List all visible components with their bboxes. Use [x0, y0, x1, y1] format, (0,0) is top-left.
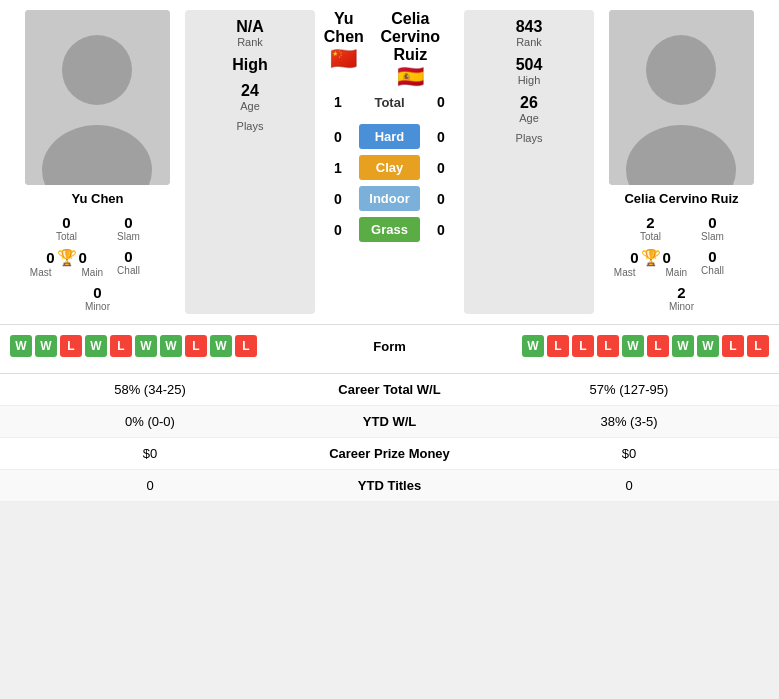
right-chall-stat: 0 Chall	[683, 246, 743, 280]
left-trophy-icon: 🏆	[57, 248, 77, 267]
form-badge-right: L	[647, 335, 669, 357]
left-player-name: Yu Chen	[71, 191, 123, 206]
form-section: WWLWLWWLWL Form WLLLWLWWLL	[0, 324, 779, 373]
left-minor-stat: 0 Minor	[68, 282, 128, 314]
stats-label-0: Career Total W/L	[290, 382, 489, 397]
form-badge-right: L	[547, 335, 569, 357]
stats-right-3: 0	[489, 478, 769, 493]
left-high-stat: High	[232, 56, 268, 74]
form-badge-left: W	[160, 335, 182, 357]
left-player-card: Yu Chen 0 Total 0 Slam 0 🏆 0	[10, 10, 185, 314]
form-badge-right: W	[622, 335, 644, 357]
right-minor-stat: 2 Minor	[652, 282, 712, 314]
form-badge-left: W	[10, 335, 32, 357]
left-rank-stat: N/A Rank	[236, 18, 264, 48]
form-badge-left: W	[210, 335, 232, 357]
right-player-header: Celia Cervino Ruiz 🇪🇸	[365, 10, 456, 90]
form-badge-left: L	[110, 335, 132, 357]
left-flag: 🇨🇳	[323, 46, 365, 72]
left-total-stat: 0 Total	[37, 212, 97, 244]
stats-left-3: 0	[10, 478, 290, 493]
clay-row: 1 Clay 0	[323, 155, 456, 180]
indoor-button[interactable]: Indoor	[359, 186, 420, 211]
form-badge-left: W	[35, 335, 57, 357]
right-age-stat: 26 Age	[519, 94, 539, 124]
center-column: Yu Chen 🇨🇳 Celia Cervino Ruiz 🇪🇸 1 Total…	[315, 10, 464, 314]
right-player-name: Celia Cervino Ruiz	[624, 191, 738, 206]
left-middle-stats: N/A Rank High 24 Age Plays	[185, 10, 315, 314]
total-row: 1 Total 0	[323, 94, 456, 110]
left-chall-stat: 0 Chall	[99, 246, 159, 280]
form-badge-left: L	[185, 335, 207, 357]
grass-button[interactable]: Grass	[359, 217, 420, 242]
form-badge-right: L	[597, 335, 619, 357]
form-badge-left: W	[135, 335, 157, 357]
form-badge-left: L	[235, 335, 257, 357]
right-flag: 🇪🇸	[365, 64, 456, 90]
surface-rows: 0 Hard 0 1 Clay 0 0 Indoor 0 0 Grass	[323, 124, 456, 242]
stats-right-0: 57% (127-95)	[489, 382, 769, 397]
stats-left-1: 0% (0-0)	[10, 414, 290, 429]
stats-row: 0 YTD Titles 0	[0, 470, 779, 502]
stats-label-3: YTD Titles	[290, 478, 489, 493]
left-player-avatar	[25, 10, 170, 185]
top-section: Yu Chen 0 Total 0 Slam 0 🏆 0	[0, 0, 779, 324]
right-high-stat: 504 High	[516, 56, 543, 86]
form-badge-right: L	[722, 335, 744, 357]
left-form-badges: WWLWLWWLWL	[10, 335, 290, 357]
right-plays-stat: Plays	[516, 132, 543, 144]
form-badge-right: W	[522, 335, 544, 357]
indoor-row: 0 Indoor 0	[323, 186, 456, 211]
stats-right-1: 38% (3-5)	[489, 414, 769, 429]
stats-left-2: $0	[10, 446, 290, 461]
stats-row: 58% (34-25) Career Total W/L 57% (127-95…	[0, 374, 779, 406]
form-badge-right: W	[697, 335, 719, 357]
stats-label-2: Career Prize Money	[290, 446, 489, 461]
hard-row: 0 Hard 0	[323, 124, 456, 149]
right-player-avatar	[609, 10, 754, 185]
stats-row: $0 Career Prize Money $0	[0, 438, 779, 470]
stats-right-2: $0	[489, 446, 769, 461]
right-mast-stat: 0 🏆 0 Mast Main	[621, 246, 681, 280]
stats-row: 0% (0-0) YTD W/L 38% (3-5)	[0, 406, 779, 438]
form-badge-left: L	[60, 335, 82, 357]
grass-row: 0 Grass 0	[323, 217, 456, 242]
right-rank-stat: 843 Rank	[516, 18, 543, 48]
svg-point-4	[646, 35, 716, 105]
right-slam-stat: 0 Slam	[683, 212, 743, 244]
right-middle-stats: 843 Rank 504 High 26 Age Plays	[464, 10, 594, 314]
right-form-badges: WLLLWLWWLL	[489, 335, 769, 357]
main-container: Yu Chen 0 Total 0 Slam 0 🏆 0	[0, 0, 779, 502]
stats-left-0: 58% (34-25)	[10, 382, 290, 397]
svg-point-1	[62, 35, 132, 105]
right-player-stats: 2 Total 0 Slam 0 🏆 0 Mast Main	[594, 212, 769, 314]
left-plays-stat: Plays	[237, 120, 264, 132]
form-badge-right: L	[747, 335, 769, 357]
left-player-header: Yu Chen 🇨🇳	[323, 10, 365, 72]
hard-button[interactable]: Hard	[359, 124, 420, 149]
right-player-card: Celia Cervino Ruiz 2 Total 0 Slam 0 🏆 0	[594, 10, 769, 314]
form-label: Form	[290, 339, 489, 354]
right-total-stat: 2 Total	[621, 212, 681, 244]
left-slam-stat: 0 Slam	[99, 212, 159, 244]
left-mast-stat: 0 🏆 0 Mast Main	[37, 246, 97, 280]
left-age-stat: 24 Age	[240, 82, 260, 112]
form-badge-right: L	[572, 335, 594, 357]
form-badge-right: W	[672, 335, 694, 357]
left-player-stats: 0 Total 0 Slam 0 🏆 0 Mast Main	[10, 212, 185, 314]
form-row: WWLWLWWLWL Form WLLLWLWWLL	[10, 335, 769, 357]
stats-table: 58% (34-25) Career Total W/L 57% (127-95…	[0, 373, 779, 502]
clay-button[interactable]: Clay	[359, 155, 420, 180]
stats-label-1: YTD W/L	[290, 414, 489, 429]
form-badge-left: W	[85, 335, 107, 357]
right-trophy-icon: 🏆	[641, 248, 661, 267]
